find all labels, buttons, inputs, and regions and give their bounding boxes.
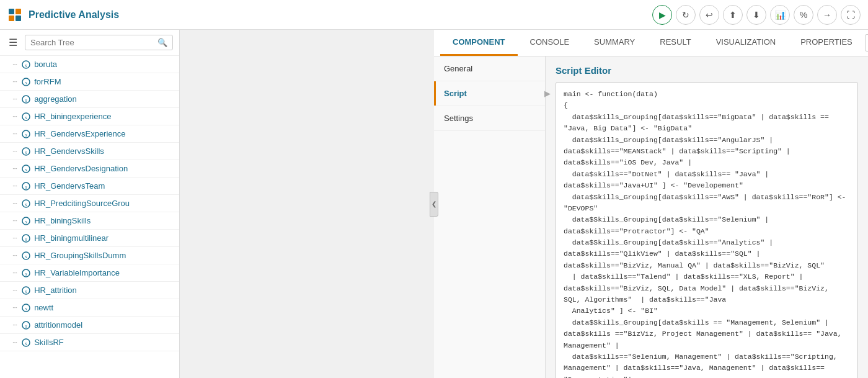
sidebar-item-label: forRFM	[34, 77, 61, 86]
sidebar-item[interactable]: ···· s forRFM	[0, 73, 179, 91]
sidebar-item[interactable]: ···· s HR_attrition	[0, 282, 179, 299]
panel-body: GeneralScript▶Settings Script Editor mai…	[434, 56, 868, 378]
item-dots: ····	[12, 78, 17, 85]
item-dots: ····	[12, 113, 17, 120]
app-title: Predictive Analysis	[29, 9, 119, 20]
script-icon: s	[22, 130, 30, 138]
sidebar: ☰ 🔍 ···· s boruta ···· s forRFM ····	[0, 30, 180, 378]
tabs-bar: COMPONENTCONSOLESUMMARYRESULTVISUALIZATI…	[434, 30, 868, 56]
main-layout: ☰ 🔍 ···· s boruta ···· s forRFM ····	[0, 30, 868, 378]
sidebar-item-label: HR_attrition	[34, 286, 77, 295]
svg-text:s: s	[25, 184, 27, 189]
item-dots: ····	[12, 339, 17, 346]
svg-text:s: s	[25, 253, 27, 259]
item-dots: ····	[12, 287, 17, 294]
sidebar-item[interactable]: ···· s aggregation	[0, 91, 179, 108]
search-box: 🔍	[25, 35, 173, 50]
sidebar-item-label: HR_GendervsExperience	[34, 129, 125, 138]
tab-component[interactable]: COMPONENT	[440, 30, 518, 56]
sidebar-item-label: HR_biningSkills	[34, 216, 91, 225]
title-left: Predictive Analysis	[7, 7, 119, 22]
item-dots: ····	[12, 269, 17, 276]
app-icon	[7, 7, 22, 22]
script-icon: s	[22, 269, 30, 277]
svg-rect-3	[16, 16, 21, 21]
left-panel-general[interactable]: General	[434, 56, 545, 81]
sidebar-item-label: aggregation	[34, 94, 77, 104]
sidebar-wrapper: ☰ 🔍 ···· s boruta ···· s forRFM ····	[0, 30, 434, 378]
sidebar-item[interactable]: ···· s HR_biningexperience	[0, 108, 179, 125]
svg-text:s: s	[25, 149, 27, 155]
right-panel: Script Editor main <- function(data) { d…	[546, 56, 868, 378]
tab-result[interactable]: RESULT	[647, 30, 703, 56]
svg-text:s: s	[25, 340, 27, 346]
svg-text:s: s	[25, 132, 27, 137]
item-dots: ····	[12, 252, 17, 259]
undo-button[interactable]: ↩	[699, 5, 719, 25]
svg-rect-0	[9, 9, 14, 14]
chart-button[interactable]: 📊	[770, 5, 790, 25]
sidebar-item-label: newtt	[34, 303, 53, 312]
sidebar-item[interactable]: ···· s HR_GendervsSkills	[0, 143, 179, 160]
sidebar-item[interactable]: ···· s newtt	[0, 299, 179, 317]
item-dots: ····	[12, 200, 17, 207]
tab-properties[interactable]: PROPERTIES	[788, 30, 865, 56]
sidebar-item-label: HR_PredcitingSourceGrou	[34, 199, 130, 208]
left-panel-script[interactable]: Script▶	[434, 81, 545, 106]
sidebar-item[interactable]: ···· s HR_biningSkills	[0, 212, 179, 230]
hamburger-button[interactable]: ☰	[6, 35, 20, 50]
sidebar-item[interactable]: ···· s HR_GendervsDesignation	[0, 160, 179, 178]
item-dots: ····	[12, 235, 17, 241]
tab-console[interactable]: CONSOLE	[518, 30, 582, 56]
sidebar-item[interactable]: ···· s attritionmodel	[0, 317, 179, 334]
script-icon: s	[22, 112, 30, 121]
svg-text:s: s	[25, 323, 27, 328]
sidebar-item[interactable]: ···· s SkillsRF	[0, 334, 179, 351]
svg-text:s: s	[25, 79, 27, 85]
sidebar-item[interactable]: ···· s HR_VariableImportance	[0, 264, 179, 282]
item-dots: ····	[12, 130, 17, 137]
percent-button[interactable]: %	[794, 5, 813, 25]
play-button[interactable]: ▶	[652, 5, 672, 25]
script-icon: s	[22, 338, 30, 347]
svg-text:s: s	[25, 288, 27, 294]
search-icon: 🔍	[157, 38, 167, 47]
tab-summary[interactable]: SUMMARY	[582, 30, 647, 56]
sidebar-item[interactable]: ···· s HR_biningmultilinear	[0, 230, 179, 247]
sidebar-item[interactable]: ···· s boruta	[0, 56, 179, 73]
item-dots: ····	[12, 182, 17, 189]
sidebar-item-label: HR_GroupingSkillsDumm	[34, 251, 126, 260]
upload-button[interactable]: ⬆	[723, 5, 743, 25]
fullscreen-button[interactable]: ⛶	[841, 5, 861, 25]
download-button[interactable]: ⬇	[746, 5, 766, 25]
item-dots: ····	[12, 217, 17, 224]
script-editor-title: Script Editor	[546, 56, 868, 82]
sidebar-item-label: SkillsRF	[34, 338, 64, 347]
sidebar-item-label: attritionmodel	[34, 320, 82, 330]
script-icon: s	[22, 147, 30, 156]
tabs-left: COMPONENTCONSOLESUMMARYRESULTVISUALIZATI…	[440, 30, 865, 56]
sidebar-collapse-button[interactable]: ❮	[430, 192, 438, 217]
sidebar-item-label: HR_GendervsTeam	[34, 181, 105, 191]
sidebar-item-label: boruta	[34, 60, 57, 69]
sidebar-item-label: HR_GendervsDesignation	[34, 164, 128, 173]
item-dots: ····	[12, 322, 17, 328]
refresh-button[interactable]: ↻	[676, 5, 696, 25]
arrow-right-button[interactable]: →	[817, 5, 837, 25]
search-input[interactable]	[30, 38, 157, 47]
script-icon: s	[22, 164, 30, 173]
sidebar-item[interactable]: ···· s HR_GendervsExperience	[0, 125, 179, 143]
content-area: COMPONENTCONSOLESUMMARYRESULTVISUALIZATI…	[434, 30, 868, 378]
svg-text:s: s	[25, 114, 27, 120]
sidebar-item[interactable]: ···· s HR_GroupingSkillsDumm	[0, 247, 179, 264]
sidebar-item[interactable]: ···· s HR_GendervsTeam	[0, 178, 179, 195]
sidebar-item-label: HR_VariableImportance	[34, 268, 120, 277]
tab-visualization[interactable]: VISUALIZATION	[704, 30, 789, 56]
script-editor-box: main <- function(data) { data$Skills_Gro…	[556, 82, 858, 378]
title-bar: Predictive Analysis ▶ ↻ ↩ ⬆ ⬇ 📊 % → ⛶	[0, 0, 868, 30]
script-icon: s	[22, 95, 30, 104]
left-panel-settings[interactable]: Settings	[434, 106, 545, 131]
sidebar-item[interactable]: ···· s HR_PredcitingSourceGrou	[0, 195, 179, 212]
add-tab-button[interactable]: +	[865, 34, 868, 52]
script-content[interactable]: main <- function(data) { data$Skills_Gro…	[556, 83, 857, 378]
